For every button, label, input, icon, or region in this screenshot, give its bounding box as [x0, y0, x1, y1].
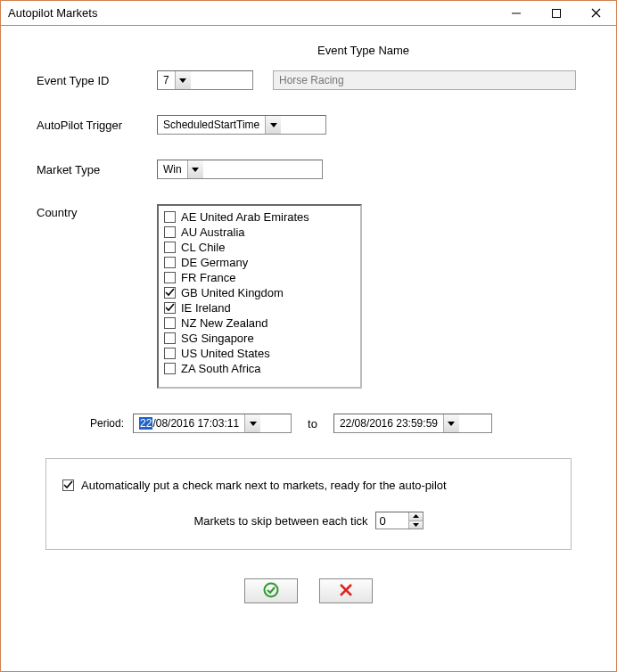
country-checkbox[interactable] [164, 348, 176, 359]
spinner-down-icon[interactable] [409, 521, 423, 529]
period-to-picker[interactable]: 22/08/2016 23:59:59 [333, 414, 492, 433]
country-item-label: CL Chile [181, 241, 225, 254]
event-type-name-label: Event Type Name [317, 44, 409, 57]
market-type-combo[interactable]: Win [157, 160, 323, 179]
svg-marker-8 [448, 422, 455, 426]
country-label: Country [37, 204, 157, 219]
market-type-label: Market Type [37, 163, 157, 176]
window-title: Autopilot Markets [8, 6, 496, 20]
options-group: Automatically put a check mark next to m… [45, 458, 572, 550]
country-item-label: AU Australia [181, 225, 245, 239]
country-item[interactable]: AU Australia [164, 225, 355, 240]
country-checkbox[interactable] [164, 257, 176, 268]
market-type-value: Win [158, 160, 187, 178]
event-type-id-value: 7 [158, 71, 175, 89]
country-checkbox[interactable] [164, 242, 176, 253]
check-circle-icon [263, 582, 279, 601]
period-from-value: 22/08/2016 17:03:11 [134, 414, 244, 432]
country-item-label: IE Ireland [181, 301, 231, 315]
dropdown-icon [244, 414, 260, 432]
country-item[interactable]: FR France [164, 270, 355, 285]
svg-marker-5 [270, 123, 277, 127]
country-checkbox[interactable] [164, 363, 176, 374]
country-checkbox[interactable] [164, 226, 176, 238]
dropdown-icon [443, 414, 459, 432]
svg-point-11 [265, 583, 278, 596]
period-label: Period: [90, 417, 124, 430]
markets-skip-label: Markets to skip between each tick [193, 514, 367, 528]
svg-marker-7 [250, 422, 257, 426]
svg-marker-10 [413, 523, 419, 527]
autopilot-trigger-combo[interactable]: ScheduledStartTime [157, 115, 326, 135]
country-checkbox[interactable] [164, 302, 176, 314]
event-type-id-combo[interactable]: 7 [157, 70, 253, 90]
spinner-up-icon[interactable] [409, 512, 423, 521]
client-area: Event Type Name Event Type ID 7 Horse Ra… [1, 26, 616, 671]
country-item-label: US United States [181, 347, 270, 360]
dropdown-icon [187, 160, 203, 178]
svg-rect-1 [552, 9, 560, 17]
country-item-label: FR France [181, 271, 235, 284]
country-item[interactable]: NZ New Zealand [164, 316, 355, 331]
country-item-label: ZA South Africa [181, 362, 261, 375]
maximize-button[interactable] [536, 1, 576, 26]
country-item[interactable]: GB United Kingdom [164, 285, 355, 300]
country-item-label: AE United Arab Emirates [181, 210, 309, 224]
country-checkbox[interactable] [164, 287, 176, 299]
period-from-picker[interactable]: 22/08/2016 17:03:11 [133, 414, 292, 433]
period-to-label: to [308, 417, 317, 430]
period-to-value: 22/08/2016 23:59:59 [334, 414, 443, 432]
country-item[interactable]: SG Singapore [164, 331, 355, 346]
country-checkbox[interactable] [164, 317, 176, 329]
country-checkbox[interactable] [164, 211, 176, 223]
autopilot-trigger-label: AutoPilot Trigger [37, 119, 157, 132]
country-item-label: SG Singapore [181, 332, 254, 345]
country-item[interactable]: ZA South Africa [164, 361, 355, 376]
minimize-button[interactable] [496, 1, 536, 26]
close-button[interactable] [576, 1, 616, 26]
country-checkbox[interactable] [164, 332, 176, 344]
ok-button[interactable] [244, 578, 298, 603]
country-item[interactable]: CL Chile [164, 240, 355, 255]
dropdown-icon [175, 71, 191, 89]
event-type-name-field: Horse Racing [273, 70, 576, 90]
country-item-label: NZ New Zealand [181, 316, 268, 330]
markets-skip-value: 0 [376, 512, 408, 529]
country-item[interactable]: DE Germany [164, 255, 355, 270]
markets-skip-spinner[interactable]: 0 [375, 512, 424, 529]
country-item[interactable]: IE Ireland [164, 300, 355, 316]
dropdown-icon [265, 116, 281, 134]
event-type-id-label: Event Type ID [37, 74, 157, 87]
titlebar: Autopilot Markets [1, 1, 616, 26]
autopilot-trigger-value: ScheduledStartTime [158, 116, 265, 134]
country-item[interactable]: US United States [164, 346, 355, 361]
country-listbox[interactable]: AE United Arab EmiratesAU AustraliaCL Ch… [157, 204, 362, 389]
auto-check-label: Automatically put a check mark next to m… [81, 479, 447, 492]
country-checkbox[interactable] [164, 272, 176, 283]
svg-marker-6 [192, 168, 199, 172]
auto-check-checkbox[interactable] [62, 479, 74, 491]
country-item[interactable]: AE United Arab Emirates [164, 209, 355, 225]
country-item-label: DE Germany [181, 256, 248, 269]
x-icon [339, 583, 353, 600]
cancel-button[interactable] [319, 578, 373, 603]
svg-marker-4 [179, 78, 186, 83]
svg-marker-9 [413, 514, 419, 518]
country-item-label: GB United Kingdom [181, 286, 284, 299]
